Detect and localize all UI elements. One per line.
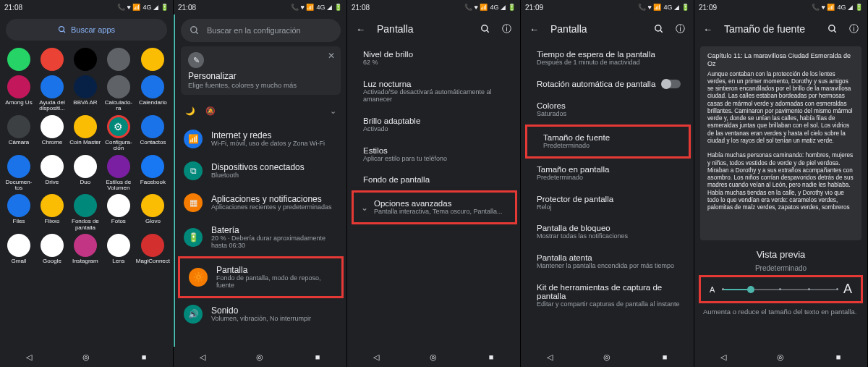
- settings-item-apps[interactable]: ▦Aplicaciones y notificacionesAplicacion…: [175, 187, 346, 219]
- pref-pantalla-atenta[interactable]: Pantalla atentaMantener la pantalla ence…: [521, 247, 694, 277]
- search-icon[interactable]: [827, 24, 838, 34]
- pref-title: Pantalla de bloqueo: [537, 224, 684, 232]
- app-glovo[interactable]: Glovo: [136, 194, 170, 231]
- pref-rotaci-n-autom-tica-de-pantalla[interactable]: Rotación automática de pantalla: [521, 73, 694, 95]
- nav-recent[interactable]: ■: [486, 352, 496, 362]
- app-duo[interactable]: Duo: [69, 155, 101, 192]
- settings-item-wifi[interactable]: 📶Internet y redesWi-Fi, móvil, uso de da…: [175, 123, 346, 155]
- app-icon[interactable]: [69, 48, 101, 72]
- nav-recent[interactable]: ■: [139, 352, 149, 362]
- search-apps[interactable]: Buscar apps: [6, 19, 167, 41]
- close-icon[interactable]: ✕: [328, 51, 335, 61]
- app-calendario[interactable]: Calendario: [136, 75, 170, 112]
- nav-home[interactable]: ◎: [81, 352, 91, 362]
- nav-back[interactable]: ◁: [718, 352, 728, 362]
- nav-home[interactable]: ◎: [428, 352, 438, 362]
- app-fotos[interactable]: Fotos: [103, 194, 135, 231]
- app-icon[interactable]: [136, 48, 170, 72]
- app-magiconnect[interactable]: MagiConnect: [136, 234, 170, 264]
- app-lens[interactable]: Lens: [103, 234, 135, 264]
- app-bar: ← Pantalla ⓘ: [347, 14, 520, 43]
- nav-back[interactable]: ◁: [24, 352, 34, 362]
- pref-pantalla-de-bloqueo[interactable]: Pantalla de bloqueoMostrar todas las not…: [521, 217, 694, 247]
- search-icon[interactable]: [480, 24, 490, 34]
- settings-item-display[interactable]: 🔆PantallaFondo de pantalla, modo de repo…: [178, 256, 344, 298]
- search-icon[interactable]: [654, 24, 664, 34]
- nav-home[interactable]: ◎: [775, 352, 786, 362]
- app-label: Files: [13, 219, 25, 224]
- settings-item-desc: Wi-Fi, móvil, uso de datos y Zona Wi-Fi: [211, 140, 325, 148]
- app-chrome[interactable]: Chrome: [36, 115, 68, 152]
- app-contactos[interactable]: Contactos: [136, 115, 170, 152]
- app-estilos-de-volumen[interactable]: Estilos de Volumen: [103, 155, 135, 192]
- app-coin-master[interactable]: Coin Master: [69, 115, 101, 152]
- chevron-down-icon[interactable]: ⌄: [330, 106, 336, 116]
- settings-item-devices[interactable]: ⧉Dispositivos conectadosBluetooth: [175, 155, 346, 187]
- app-label: Glovo: [145, 219, 161, 224]
- app-configura-ci-n[interactable]: ⚙Configura- ción: [103, 115, 135, 152]
- app-facebook[interactable]: Facebook: [136, 155, 170, 192]
- nav-back[interactable]: ◁: [545, 352, 555, 362]
- app-label: MagiConnect: [136, 258, 170, 264]
- pref-brillo-adaptable[interactable]: Brillo adaptableActivado: [347, 110, 520, 140]
- font-size-slider-row: A A: [699, 275, 863, 303]
- app-calculado-ra[interactable]: Calculado- ra: [103, 75, 135, 112]
- app-icon[interactable]: [103, 48, 135, 72]
- bell-off-icon[interactable]: 🔕: [205, 106, 216, 116]
- pref-kit-de-herramientas-de-captura-de-pantalla[interactable]: Kit de herramientas de captura de pantal…: [521, 277, 694, 315]
- app-icon: [41, 194, 64, 217]
- pref-tama-o-en-pantalla[interactable]: Tamaño en pantallaPredeterminado: [521, 159, 694, 188]
- app-icon[interactable]: [3, 48, 35, 72]
- pref-tama-o-de-fuente[interactable]: Tamaño de fuentePredeterminado: [525, 125, 691, 159]
- app-instagram[interactable]: Instagram: [69, 234, 101, 264]
- suggestion-card[interactable]: ✕ ✎ Personalizar Elige fuentes, colores …: [181, 46, 341, 95]
- settings-item-sound[interactable]: 🔊SonidoVolumen, vibración, No interrumpi…: [175, 298, 346, 330]
- nav-home[interactable]: ◎: [602, 352, 612, 362]
- app-drawer-screen: 21:08 📞 ♥ 📶 4G ◢ 🔋 Buscar apps Among UsA…: [0, 0, 174, 367]
- pref-estilos[interactable]: EstilosAplicar estilo para tu teléfono: [347, 140, 520, 169]
- svg-line-9: [834, 30, 836, 33]
- font-size-slider[interactable]: [722, 289, 836, 290]
- app-fondos-de-pantalla[interactable]: Fondos de pantalla: [69, 194, 101, 231]
- pref-fondo-de-pantalla[interactable]: Fondo de pantalla: [347, 169, 520, 190]
- pref-advanced-options[interactable]: ⌄Opciones avanzadasPantalla interactiva,…: [352, 190, 517, 224]
- back-icon[interactable]: ←: [529, 24, 539, 35]
- settings-search[interactable]: Buscar en la configuración: [181, 19, 341, 42]
- app-google[interactable]: Google: [36, 234, 68, 264]
- quick-toggles[interactable]: 🌙 🔕 ⌄: [175, 101, 346, 122]
- settings-root-screen: 21:08 📞 ♥ 📶 4G ◢ 🔋 Buscar en la configur…: [174, 0, 347, 367]
- nav-bar: ◁ ◎ ■: [347, 347, 520, 367]
- pref-nivel-de-brillo[interactable]: Nivel de brillo62 %: [347, 43, 520, 73]
- help-icon[interactable]: ⓘ: [849, 22, 859, 35]
- pref-protector-de-pantalla[interactable]: Protector de pantallaReloj: [521, 188, 694, 218]
- pref-list: Nivel de brillo62 %Luz nocturnaActivado/…: [347, 43, 520, 347]
- help-icon[interactable]: ⓘ: [676, 22, 685, 35]
- font-size-screen: 21:09 📞 ♥ 📶 4G ◢ 🔋 ← Tamaño de fuente ⓘ …: [694, 0, 868, 367]
- nav-recent[interactable]: ■: [660, 352, 670, 362]
- app-bbva-ar[interactable]: BBVA AR: [69, 75, 101, 112]
- nav-back[interactable]: ◁: [371, 352, 381, 362]
- app-drive[interactable]: Drive: [36, 155, 68, 192]
- help-icon[interactable]: ⓘ: [502, 22, 511, 35]
- nav-recent[interactable]: ■: [833, 352, 843, 362]
- settings-item-battery[interactable]: 🔋Batería20 % · Debería durar aproximadam…: [175, 219, 346, 256]
- app-among-us[interactable]: Among Us: [3, 75, 35, 112]
- back-icon[interactable]: ←: [703, 24, 712, 35]
- pref-tiempo-de-espera-de-la-pantalla[interactable]: Tiempo de espera de la pantallaDespués d…: [521, 43, 694, 73]
- app-documen-tos[interactable]: Documen- tos: [3, 155, 35, 192]
- nav-home[interactable]: ◎: [255, 352, 265, 362]
- moon-icon[interactable]: 🌙: [185, 106, 195, 116]
- nav-back[interactable]: ◁: [197, 352, 208, 362]
- toggle-switch[interactable]: [662, 80, 681, 88]
- pref-colores[interactable]: ColoresSaturados: [521, 95, 694, 125]
- pref-luz-nocturna[interactable]: Luz nocturnaActivado/Se desactivará auto…: [347, 73, 520, 110]
- app-flixxo[interactable]: Flixxo: [36, 194, 68, 231]
- app-c-mara[interactable]: Cámara: [3, 115, 35, 152]
- app-files[interactable]: Files: [3, 194, 35, 231]
- app-ayuda-del-dispositi-[interactable]: Ayuda del dispositi...: [36, 75, 68, 112]
- display-settings-screen: 21:08 📞 ♥ 📶 4G ◢ 🔋 ← Pantalla ⓘ Nivel de…: [347, 0, 521, 367]
- back-icon[interactable]: ←: [356, 24, 365, 35]
- nav-recent[interactable]: ■: [312, 352, 323, 362]
- app-gmail[interactable]: Gmail: [3, 234, 35, 264]
- app-icon[interactable]: [36, 48, 68, 72]
